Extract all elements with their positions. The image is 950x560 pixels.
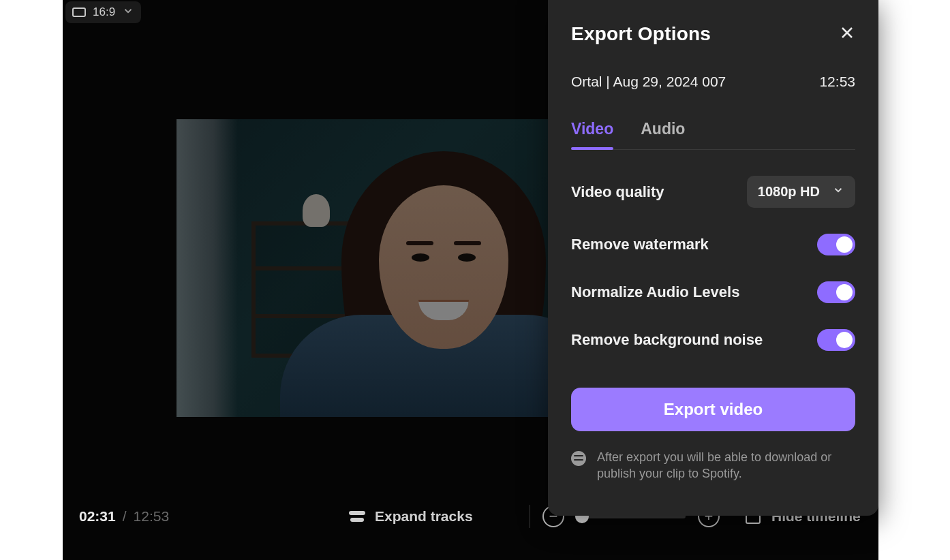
aspect-ratio-value: 16:9 (93, 5, 115, 19)
video-quality-value: 1080p HD (758, 184, 820, 200)
tracks-icon (349, 511, 365, 522)
normalize-audio-toggle[interactable] (817, 281, 855, 303)
close-button[interactable] (839, 25, 855, 44)
normalize-audio-label: Normalize Audio Levels (571, 283, 739, 301)
export-filename: Ortal | Aug 29, 2024 007 (571, 74, 726, 90)
chevron-down-icon (122, 5, 134, 20)
time-total: 12:53 (134, 508, 170, 525)
remove-watermark-toggle[interactable] (817, 234, 855, 255)
remove-noise-toggle[interactable] (817, 329, 855, 351)
video-quality-label: Video quality (571, 183, 664, 201)
expand-tracks-label: Expand tracks (375, 508, 473, 525)
export-panel: Export Options Ortal | Aug 29, 2024 007 … (548, 0, 878, 516)
aspect-ratio-selector[interactable]: 16:9 (65, 1, 141, 23)
tab-audio[interactable]: Audio (641, 120, 685, 149)
divider (530, 505, 530, 528)
export-tabs: Video Audio (571, 120, 855, 150)
close-icon (839, 25, 855, 41)
expand-tracks-button[interactable]: Expand tracks (349, 508, 473, 525)
tab-video[interactable]: Video (571, 120, 613, 149)
export-footer-text: After export you will be able to downloa… (597, 449, 855, 482)
export-duration: 12:53 (819, 74, 855, 90)
time-separator: / (123, 508, 127, 525)
remove-noise-label: Remove background noise (571, 331, 763, 349)
export-video-button[interactable]: Export video (571, 388, 855, 431)
time-current: 02:31 (79, 508, 116, 525)
spotify-icon (571, 451, 586, 466)
chevron-down-icon (832, 184, 844, 200)
aspect-rect-icon (72, 7, 86, 17)
video-quality-select[interactable]: 1080p HD (747, 176, 855, 208)
remove-watermark-label: Remove watermark (571, 236, 709, 253)
export-title: Export Options (571, 23, 711, 45)
